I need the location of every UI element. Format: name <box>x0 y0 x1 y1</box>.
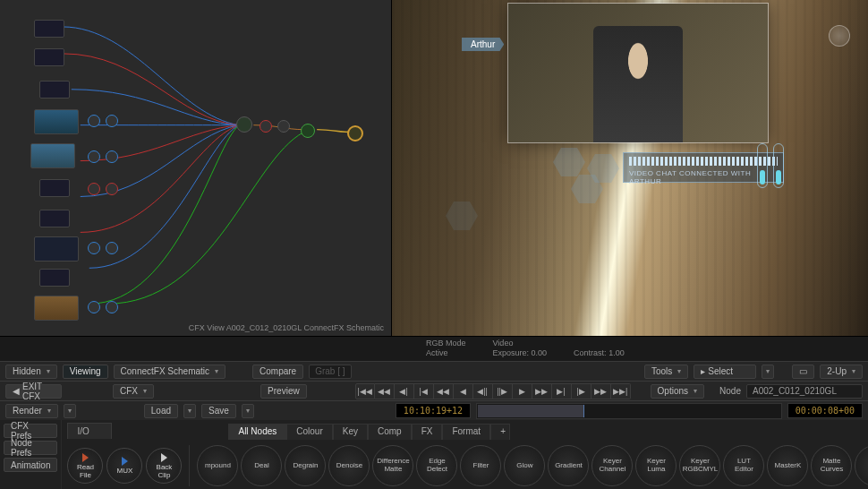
graph-comp-node[interactable] <box>236 116 252 133</box>
cfx-dropdown[interactable]: CFX <box>113 384 154 399</box>
transport-button[interactable]: ◀ <box>454 383 473 399</box>
graph-node-small[interactable] <box>277 120 290 133</box>
transport-button[interactable]: ▶▶ <box>591 383 611 399</box>
fx-node[interactable]: DifferenceMatte <box>372 445 413 486</box>
transport-button[interactable]: ◀◀ <box>375 383 395 399</box>
fx-node[interactable]: MatteCurves <box>811 445 852 486</box>
fx-node[interactable]: Gradient <box>548 445 589 486</box>
save-more[interactable]: ▾ <box>242 404 254 418</box>
graph-node[interactable] <box>39 269 70 287</box>
fx-node[interactable]: M <box>855 445 868 486</box>
two-up-dropdown[interactable]: 2-Up <box>820 365 863 379</box>
graph-node[interactable] <box>34 48 64 66</box>
bin-tab[interactable]: Key <box>333 424 368 440</box>
bin-tab[interactable]: FX <box>412 424 443 440</box>
save-button[interactable]: Save <box>201 404 236 418</box>
transport-button[interactable]: ▶| <box>552 383 572 399</box>
transport-button[interactable]: ◀◀ <box>434 383 454 399</box>
fx-node[interactable]: KeyerRGBCMYL <box>679 445 720 486</box>
graph-node[interactable] <box>39 81 70 99</box>
picture-in-picture <box>508 4 768 142</box>
transport-button[interactable]: ▶▶| <box>611 383 631 399</box>
layout-icon-button[interactable]: ▭ <box>792 365 814 379</box>
fx-node[interactable]: LUTEditor <box>723 445 764 486</box>
bin-tab[interactable]: Comp <box>368 424 412 440</box>
transport-button[interactable]: |◀◀ <box>355 383 375 399</box>
node-name-field[interactable]: A002_C012_0210GL <box>746 384 863 399</box>
exit-cfx-button[interactable]: ◀ EXIT CFX <box>5 384 62 399</box>
add-tab-button[interactable]: + <box>490 424 510 440</box>
graph-node[interactable] <box>30 143 75 168</box>
timecode-in[interactable]: 10:10:19+12 <box>396 403 471 418</box>
timeline[interactable] <box>476 403 782 419</box>
transport-button[interactable]: |◀ <box>414 383 434 399</box>
options-dropdown[interactable]: Options <box>651 384 704 399</box>
graph-node-small[interactable] <box>106 115 118 127</box>
graph-node[interactable] <box>34 296 79 321</box>
render-more[interactable]: ▾ <box>64 404 76 418</box>
node-prefs-button[interactable]: Node Prefs <box>4 441 57 455</box>
node-graph-panel[interactable]: CFX View A002_C012_0210GL ConnectFX Sche… <box>0 0 392 336</box>
graph-output-node[interactable] <box>347 125 363 142</box>
fx-node[interactable]: Deal <box>241 445 282 486</box>
transport-button[interactable]: ▶▶ <box>532 383 552 399</box>
graph-node-small[interactable] <box>106 183 118 195</box>
viewer-panel[interactable]: Arthur VIDEO CHAT CONNECTED WITH ARTHUR <box>392 0 868 336</box>
graph-node-small[interactable] <box>301 124 315 138</box>
grab-field[interactable]: Grab [ ] <box>309 365 351 379</box>
io-node[interactable]: BackClip <box>146 448 182 484</box>
fx-node[interactable]: KeyerChannel <box>591 445 633 486</box>
graph-node-small[interactable] <box>88 150 100 163</box>
bin-tab[interactable]: Colour <box>286 424 332 440</box>
animation-button[interactable]: Animation <box>4 458 57 472</box>
graph-node-small[interactable] <box>88 242 100 254</box>
active-label: Active <box>426 348 466 357</box>
viewing-button[interactable]: Viewing <box>63 365 108 379</box>
graph-node-small[interactable] <box>88 301 100 313</box>
io-node[interactable]: ReadFile <box>67 448 103 484</box>
fx-node[interactable]: mpound <box>197 445 238 486</box>
graph-node[interactable] <box>39 179 70 197</box>
select-tool-button[interactable]: ▸ Select <box>694 365 756 379</box>
fx-node[interactable]: Filter <box>460 445 501 486</box>
view-label: CFX View A002_C012_0210GL ConnectFX Sche… <box>189 323 384 332</box>
timecode-out[interactable]: 00:00:08+00 <box>787 403 863 418</box>
fx-node[interactable]: EdgeDetect <box>416 445 457 486</box>
toolbar-row-3: Render ▾ Load ▾ Save ▾ 10:10:19+12 00:00… <box>0 400 868 420</box>
render-dropdown[interactable]: Render <box>5 404 58 418</box>
fx-node[interactable]: MasterK <box>767 445 808 486</box>
hidden-dropdown[interactable]: Hidden <box>5 365 57 379</box>
graph-node[interactable] <box>34 236 79 262</box>
transport-button[interactable]: ◀|| <box>473 383 493 399</box>
bin-tab[interactable]: Format <box>442 424 490 440</box>
graph-node-small[interactable] <box>88 183 100 195</box>
transport-button[interactable]: ||▶ <box>493 383 513 399</box>
graph-node[interactable] <box>39 210 70 227</box>
load-button[interactable]: Load <box>144 404 178 418</box>
graph-node-small[interactable] <box>106 301 118 313</box>
transport-button[interactable]: ▶ <box>513 383 532 399</box>
transport-button[interactable]: ◀| <box>395 383 414 399</box>
fx-node[interactable]: Degrain <box>285 445 326 486</box>
fx-node[interactable]: Denoise <box>328 445 370 486</box>
fx-node[interactable]: Glow <box>504 445 545 486</box>
select-tool-more[interactable]: ▾ <box>762 365 774 379</box>
transport-button[interactable]: |▶ <box>572 383 591 399</box>
cfx-prefs-button[interactable]: CFX Prefs <box>4 424 57 438</box>
compare-button[interactable]: Compare <box>252 365 303 379</box>
toolbar-row-2: ◀ EXIT CFX CFX Preview |◀◀◀◀◀||◀◀◀◀◀||||… <box>0 381 868 400</box>
fx-node[interactable]: KeyerLuma <box>635 445 677 486</box>
graph-node-small[interactable] <box>106 150 118 163</box>
graph-node-small[interactable] <box>106 242 118 254</box>
graph-node-small[interactable] <box>88 115 100 127</box>
graph-node[interactable] <box>34 20 64 38</box>
load-more[interactable]: ▾ <box>183 404 196 418</box>
schematic-dropdown[interactable]: ConnectFX Schematic <box>114 365 226 379</box>
io-tab[interactable]: I/O <box>67 423 112 439</box>
graph-node[interactable] <box>34 109 79 134</box>
preview-button[interactable]: Preview <box>260 384 307 399</box>
tools-dropdown[interactable]: Tools <box>644 365 688 379</box>
bin-tab[interactable]: All Nodes <box>228 424 286 440</box>
graph-node-small[interactable] <box>260 120 272 133</box>
io-node[interactable]: MUX <box>106 448 142 484</box>
